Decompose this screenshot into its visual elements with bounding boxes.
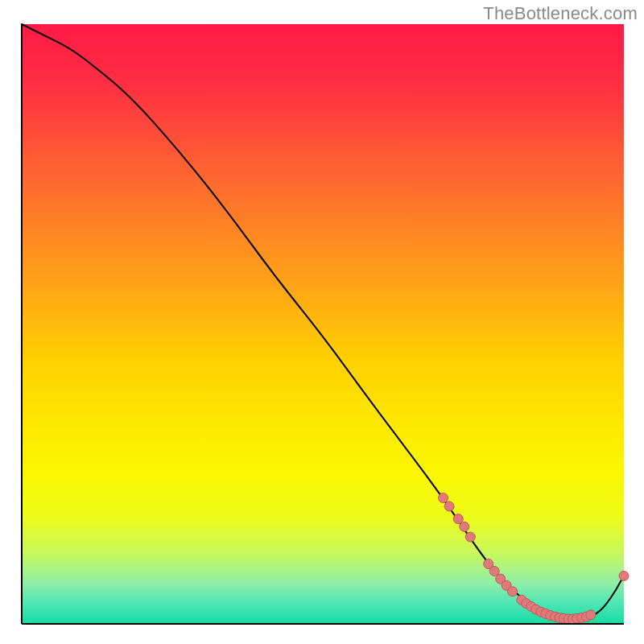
- data-point: [586, 610, 596, 620]
- data-point: [444, 502, 454, 511]
- data-point: [508, 587, 518, 597]
- plot-area: [22, 24, 624, 624]
- data-point: [439, 493, 448, 503]
- data-point: [465, 532, 475, 542]
- gradient-background: [22, 24, 624, 624]
- chart-container: TheBottleneck.com: [0, 0, 644, 644]
- data-point: [619, 571, 629, 580]
- data-point: [460, 522, 469, 531]
- bottleneck-chart: [0, 0, 644, 644]
